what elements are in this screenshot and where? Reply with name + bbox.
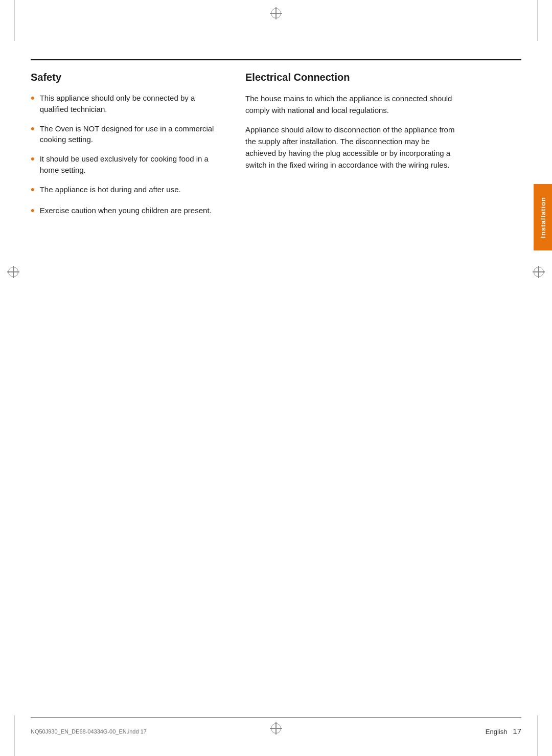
border-right-top xyxy=(537,0,538,41)
list-item: • Exercise caution when young children a… xyxy=(31,205,225,218)
bullet-dot-4: • xyxy=(31,182,35,197)
footer-page-info: English 17 xyxy=(486,727,521,736)
crosshair-top-container xyxy=(270,7,282,19)
safety-section: Safety • This appliance should only be c… xyxy=(31,72,225,226)
top-rule xyxy=(31,59,521,60)
safety-item-3: It should be used exclusively for cookin… xyxy=(40,153,225,176)
safety-title: Safety xyxy=(31,72,225,83)
list-item: • The appliance is hot during and after … xyxy=(31,184,225,197)
electrical-para-2: Appliance should allow to disconnection … xyxy=(245,124,460,171)
safety-item-4: The appliance is hot during and after us… xyxy=(40,184,181,195)
safety-item-2: The Oven is NOT designed for use in a co… xyxy=(40,123,225,146)
installation-tab-label: Installation xyxy=(539,197,547,238)
bullet-dot-1: • xyxy=(31,91,35,106)
electrical-body: The house mains to which the appliance i… xyxy=(245,93,460,171)
crosshair-right-circle xyxy=(534,267,544,277)
bottom-rule xyxy=(31,717,521,718)
bullet-dot-5: • xyxy=(31,203,35,218)
footer: NQ50J930_EN_DE68-04334G-00_EN.indd 17 En… xyxy=(31,727,521,736)
electrical-para-1: The house mains to which the appliance i… xyxy=(245,93,460,117)
safety-item-1: This appliance should only be connected … xyxy=(40,93,225,115)
list-item: • The Oven is NOT designed for use in a … xyxy=(31,123,225,146)
crosshair-left-circle xyxy=(8,267,18,277)
footer-language: English xyxy=(486,728,508,736)
list-item: • This appliance should only be connecte… xyxy=(31,93,225,115)
safety-item-5: Exercise caution when young children are… xyxy=(40,205,212,216)
footer-page-number: 17 xyxy=(513,727,521,736)
installation-tab: Installation xyxy=(534,184,552,250)
border-right-bottom xyxy=(537,715,538,756)
list-item: • It should be used exclusively for cook… xyxy=(31,153,225,176)
footer-document: NQ50J930_EN_DE68-04334G-00_EN.indd 17 xyxy=(31,728,147,735)
border-left-top xyxy=(14,0,15,41)
crosshair-left-symbol xyxy=(7,266,19,278)
safety-bullet-list: • This appliance should only be connecte… xyxy=(31,93,225,218)
crosshair-left-mid xyxy=(7,266,19,278)
crosshair-right-symbol xyxy=(533,266,545,278)
bullet-dot-2: • xyxy=(31,122,35,136)
border-left-bottom xyxy=(14,715,15,756)
crosshair-top-symbol xyxy=(270,7,282,19)
crosshair-right xyxy=(533,266,545,278)
page-container: Safety • This appliance should only be c… xyxy=(0,0,552,756)
crosshair-top-circle xyxy=(271,8,281,18)
electrical-title: Electrical Connection xyxy=(245,72,460,83)
electrical-section: Electrical Connection The house mains to… xyxy=(245,72,460,226)
bullet-dot-3: • xyxy=(31,152,35,167)
main-content: Safety • This appliance should only be c… xyxy=(31,72,501,226)
